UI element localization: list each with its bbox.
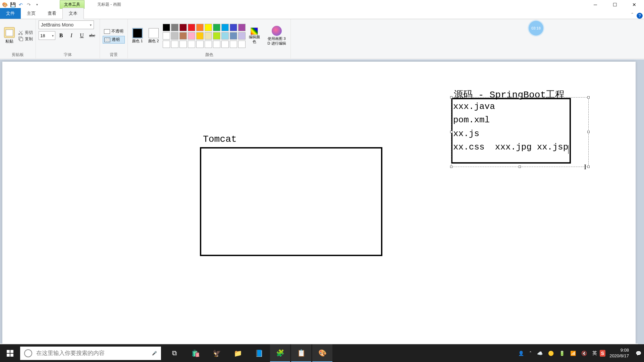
- color-swatch[interactable]: [171, 24, 178, 31]
- color-swatch[interactable]: [196, 41, 204, 48]
- drawn-rect-tomcat: [200, 147, 382, 256]
- color-swatch[interactable]: [179, 24, 187, 31]
- group-label-colors: 颜色: [130, 51, 288, 58]
- color-swatch[interactable]: [163, 32, 170, 40]
- color-swatch[interactable]: [163, 24, 170, 31]
- color-swatch[interactable]: [205, 41, 212, 48]
- color-swatch[interactable]: [238, 41, 246, 48]
- mspaint-icon[interactable]: 🎨: [312, 344, 332, 362]
- qat-dropdown-icon[interactable]: ▾: [34, 1, 40, 8]
- color-swatch[interactable]: [213, 32, 220, 40]
- color-swatch[interactable]: [171, 32, 178, 40]
- paint3d-button[interactable]: 使用画图 3 D 进行编辑: [263, 26, 288, 45]
- ime-indicator[interactable]: 英: [590, 350, 600, 356]
- bold-button[interactable]: B: [56, 31, 66, 40]
- underline-button[interactable]: U: [77, 31, 87, 40]
- color-swatch[interactable]: [230, 32, 237, 40]
- resize-handle-ne[interactable]: [587, 96, 590, 99]
- notepad-icon[interactable]: 📋: [291, 344, 311, 362]
- task-view-button[interactable]: ⧉: [164, 344, 184, 362]
- paste-button[interactable]: 粘贴: [3, 27, 16, 44]
- mic-icon[interactable]: 🎤: [152, 351, 157, 356]
- close-button[interactable]: ✕: [625, 0, 644, 9]
- start-button[interactable]: [0, 344, 20, 362]
- help-icon[interactable]: ?: [637, 13, 643, 19]
- clock-date: 2020/8/17: [609, 353, 629, 359]
- resize-handle-n[interactable]: [519, 96, 521, 99]
- tray-chevron-icon[interactable]: ˄: [527, 351, 534, 356]
- battery-icon[interactable]: 🔋: [556, 351, 568, 356]
- tab-view[interactable]: 查看: [42, 8, 62, 19]
- resize-handle-sw[interactable]: [450, 166, 452, 168]
- color-swatch[interactable]: [205, 32, 212, 40]
- resize-handle-s[interactable]: [519, 166, 521, 168]
- color-swatch[interactable]: [179, 32, 187, 40]
- strikethrough-button[interactable]: abc: [88, 31, 97, 40]
- copy-button[interactable]: 复制: [18, 36, 33, 42]
- edit-colors-button[interactable]: 编辑颜色: [248, 27, 261, 44]
- color-swatch[interactable]: [188, 32, 195, 40]
- app-icon-2[interactable]: 📘: [249, 344, 269, 362]
- color-swatch[interactable]: [238, 32, 246, 40]
- canvas[interactable]: Tomcat 源码 - SpringBoot工程 xxx.java pom.xm…: [2, 62, 636, 344]
- tab-file[interactable]: 文件: [0, 8, 21, 19]
- app-icon-3[interactable]: 🧩: [270, 344, 290, 362]
- explorer-icon[interactable]: 📁: [228, 344, 248, 362]
- color-swatch[interactable]: [230, 41, 237, 48]
- color-swatch[interactable]: [221, 41, 229, 48]
- color-swatch[interactable]: [196, 32, 204, 40]
- sogou-icon[interactable]: S: [600, 350, 605, 357]
- app-icon-1[interactable]: 🦅: [207, 344, 227, 362]
- resize-handle-e[interactable]: [587, 131, 590, 133]
- color-swatch[interactable]: [213, 24, 220, 31]
- volume-icon[interactable]: 🔇: [579, 351, 590, 356]
- save-icon[interactable]: 💾: [9, 1, 16, 8]
- cut-button[interactable]: 剪切: [18, 30, 33, 36]
- maximize-button[interactable]: ☐: [605, 0, 625, 9]
- color-swatch[interactable]: [188, 24, 195, 31]
- notifications-icon[interactable]: 💬: [633, 351, 644, 356]
- color-swatch[interactable]: [221, 24, 229, 31]
- color2-button[interactable]: 颜色 2: [147, 28, 161, 43]
- color-swatch[interactable]: [163, 41, 170, 48]
- resize-handle-se[interactable]: [587, 166, 590, 168]
- color1-button[interactable]: 颜色 1: [130, 28, 145, 43]
- tab-text[interactable]: 文本: [62, 8, 84, 19]
- store-icon[interactable]: 🛍️: [185, 344, 206, 362]
- people-icon[interactable]: 👤: [516, 351, 527, 356]
- canvas-area: Tomcat 源码 - SpringBoot工程 xxx.java pom.xm…: [0, 59, 644, 348]
- italic-button[interactable]: I: [67, 31, 76, 40]
- undo-icon[interactable]: ↶: [17, 1, 24, 8]
- font-size-combo[interactable]: 18 ▾: [39, 31, 55, 40]
- text-edit-content[interactable]: xxx.java pom.xml xx.js xx.css xxx.jpg xx…: [453, 100, 569, 154]
- transparent-option[interactable]: 透明: [103, 36, 125, 44]
- color-swatch[interactable]: [171, 41, 178, 48]
- edit-colors-label: 编辑颜色: [248, 35, 261, 44]
- transparent-label: 透明: [112, 37, 120, 43]
- tray-icon-1[interactable]: ☁️: [534, 351, 545, 356]
- resize-handle-w[interactable]: [450, 131, 452, 133]
- tray-icon-2[interactable]: 🟡: [545, 351, 556, 356]
- redo-icon[interactable]: ↷: [25, 1, 32, 8]
- opaque-option[interactable]: 不透明: [103, 28, 125, 35]
- color-swatch[interactable]: [179, 41, 187, 48]
- color-swatch[interactable]: [221, 32, 229, 40]
- group-clipboard: 粘贴 剪切 复制 剪贴板: [0, 19, 36, 58]
- system-tray: 👤 ˄ ☁️ 🟡 🔋 📶 🔇 英 S 9:08 2020/8/17 💬: [516, 344, 644, 362]
- color-swatch[interactable]: [213, 41, 220, 48]
- taskbar-search[interactable]: 在这里输入你要搜索的内容 🎤: [20, 347, 161, 360]
- color-swatch[interactable]: [205, 24, 212, 31]
- color-swatch[interactable]: [188, 41, 195, 48]
- color-swatch[interactable]: [230, 24, 237, 31]
- tab-home[interactable]: 主页: [21, 8, 42, 19]
- color-swatch[interactable]: [196, 24, 204, 31]
- color-swatch[interactable]: [238, 24, 246, 31]
- font-name-combo[interactable]: JetBrains Mono ▾: [39, 20, 94, 29]
- paste-icon: [4, 27, 15, 38]
- taskbar-clock[interactable]: 9:08 2020/8/17: [605, 348, 633, 359]
- minimize-button[interactable]: ─: [586, 0, 605, 9]
- svg-rect-5: [10, 354, 13, 357]
- collapse-ribbon-icon[interactable]: ⌃: [631, 12, 634, 17]
- resize-handle-nw[interactable]: [450, 96, 452, 99]
- network-icon[interactable]: 📶: [568, 351, 579, 356]
